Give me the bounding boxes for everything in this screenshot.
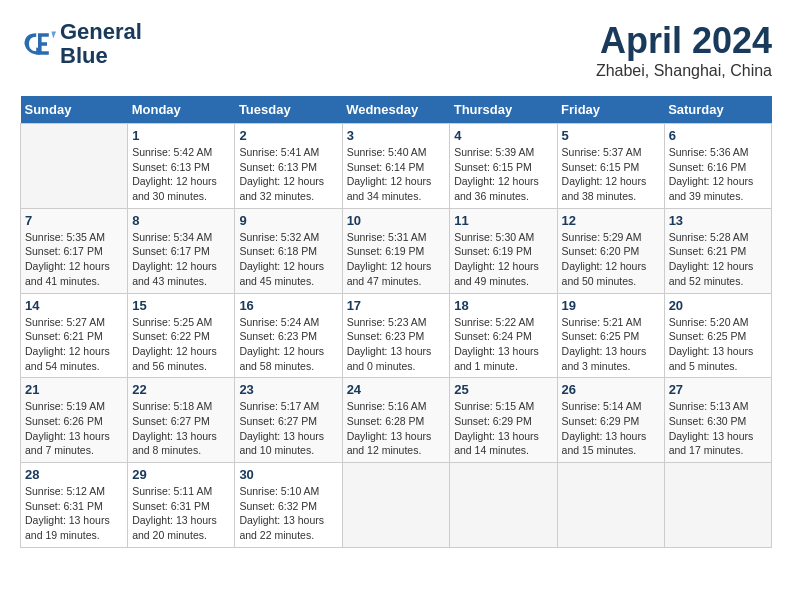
- subtitle: Zhabei, Shanghai, China: [596, 62, 772, 80]
- day-info: Sunrise: 5:27 AM Sunset: 6:21 PM Dayligh…: [25, 315, 123, 374]
- day-number: 25: [454, 382, 552, 397]
- logo-icon: [20, 26, 56, 62]
- day-info: Sunrise: 5:12 AM Sunset: 6:31 PM Dayligh…: [25, 484, 123, 543]
- calendar-cell: 23Sunrise: 5:17 AM Sunset: 6:27 PM Dayli…: [235, 378, 342, 463]
- calendar-cell: 20Sunrise: 5:20 AM Sunset: 6:25 PM Dayli…: [664, 293, 771, 378]
- calendar-cell: 7Sunrise: 5:35 AM Sunset: 6:17 PM Daylig…: [21, 208, 128, 293]
- logo-line2: Blue: [60, 44, 142, 68]
- calendar-cell: [450, 463, 557, 548]
- day-info: Sunrise: 5:29 AM Sunset: 6:20 PM Dayligh…: [562, 230, 660, 289]
- calendar-week-row: 28Sunrise: 5:12 AM Sunset: 6:31 PM Dayli…: [21, 463, 772, 548]
- day-info: Sunrise: 5:41 AM Sunset: 6:13 PM Dayligh…: [239, 145, 337, 204]
- calendar-week-row: 1Sunrise: 5:42 AM Sunset: 6:13 PM Daylig…: [21, 124, 772, 209]
- title-block: April 2024 Zhabei, Shanghai, China: [596, 20, 772, 80]
- day-number: 6: [669, 128, 767, 143]
- day-number: 2: [239, 128, 337, 143]
- day-info: Sunrise: 5:17 AM Sunset: 6:27 PM Dayligh…: [239, 399, 337, 458]
- day-info: Sunrise: 5:24 AM Sunset: 6:23 PM Dayligh…: [239, 315, 337, 374]
- calendar-cell: 29Sunrise: 5:11 AM Sunset: 6:31 PM Dayli…: [128, 463, 235, 548]
- calendar-cell: 12Sunrise: 5:29 AM Sunset: 6:20 PM Dayli…: [557, 208, 664, 293]
- day-number: 5: [562, 128, 660, 143]
- calendar-cell: 30Sunrise: 5:10 AM Sunset: 6:32 PM Dayli…: [235, 463, 342, 548]
- page-header: General Blue April 2024 Zhabei, Shanghai…: [20, 20, 772, 80]
- day-info: Sunrise: 5:18 AM Sunset: 6:27 PM Dayligh…: [132, 399, 230, 458]
- day-number: 12: [562, 213, 660, 228]
- main-title: April 2024: [596, 20, 772, 62]
- day-number: 15: [132, 298, 230, 313]
- calendar-week-row: 7Sunrise: 5:35 AM Sunset: 6:17 PM Daylig…: [21, 208, 772, 293]
- day-number: 11: [454, 213, 552, 228]
- calendar-week-row: 21Sunrise: 5:19 AM Sunset: 6:26 PM Dayli…: [21, 378, 772, 463]
- calendar-cell: 19Sunrise: 5:21 AM Sunset: 6:25 PM Dayli…: [557, 293, 664, 378]
- day-number: 20: [669, 298, 767, 313]
- calendar-cell: [664, 463, 771, 548]
- calendar-cell: 9Sunrise: 5:32 AM Sunset: 6:18 PM Daylig…: [235, 208, 342, 293]
- day-info: Sunrise: 5:11 AM Sunset: 6:31 PM Dayligh…: [132, 484, 230, 543]
- day-info: Sunrise: 5:15 AM Sunset: 6:29 PM Dayligh…: [454, 399, 552, 458]
- day-info: Sunrise: 5:42 AM Sunset: 6:13 PM Dayligh…: [132, 145, 230, 204]
- calendar-cell: 4Sunrise: 5:39 AM Sunset: 6:15 PM Daylig…: [450, 124, 557, 209]
- calendar-header-thursday: Thursday: [450, 96, 557, 124]
- calendar-header-monday: Monday: [128, 96, 235, 124]
- calendar-header-sunday: Sunday: [21, 96, 128, 124]
- calendar-header-row: SundayMondayTuesdayWednesdayThursdayFrid…: [21, 96, 772, 124]
- calendar-header-wednesday: Wednesday: [342, 96, 450, 124]
- calendar-cell: 8Sunrise: 5:34 AM Sunset: 6:17 PM Daylig…: [128, 208, 235, 293]
- calendar-cell: 1Sunrise: 5:42 AM Sunset: 6:13 PM Daylig…: [128, 124, 235, 209]
- day-number: 21: [25, 382, 123, 397]
- calendar-cell: 26Sunrise: 5:14 AM Sunset: 6:29 PM Dayli…: [557, 378, 664, 463]
- calendar-cell: 6Sunrise: 5:36 AM Sunset: 6:16 PM Daylig…: [664, 124, 771, 209]
- day-number: 9: [239, 213, 337, 228]
- calendar-cell: 28Sunrise: 5:12 AM Sunset: 6:31 PM Dayli…: [21, 463, 128, 548]
- day-info: Sunrise: 5:16 AM Sunset: 6:28 PM Dayligh…: [347, 399, 446, 458]
- day-info: Sunrise: 5:37 AM Sunset: 6:15 PM Dayligh…: [562, 145, 660, 204]
- day-info: Sunrise: 5:28 AM Sunset: 6:21 PM Dayligh…: [669, 230, 767, 289]
- logo-line1: General: [60, 20, 142, 44]
- day-number: 28: [25, 467, 123, 482]
- calendar-cell: 13Sunrise: 5:28 AM Sunset: 6:21 PM Dayli…: [664, 208, 771, 293]
- day-info: Sunrise: 5:40 AM Sunset: 6:14 PM Dayligh…: [347, 145, 446, 204]
- calendar-cell: 2Sunrise: 5:41 AM Sunset: 6:13 PM Daylig…: [235, 124, 342, 209]
- day-info: Sunrise: 5:32 AM Sunset: 6:18 PM Dayligh…: [239, 230, 337, 289]
- day-number: 8: [132, 213, 230, 228]
- day-number: 27: [669, 382, 767, 397]
- calendar-cell: 5Sunrise: 5:37 AM Sunset: 6:15 PM Daylig…: [557, 124, 664, 209]
- day-number: 14: [25, 298, 123, 313]
- calendar-cell: 25Sunrise: 5:15 AM Sunset: 6:29 PM Dayli…: [450, 378, 557, 463]
- day-number: 4: [454, 128, 552, 143]
- calendar-cell: 17Sunrise: 5:23 AM Sunset: 6:23 PM Dayli…: [342, 293, 450, 378]
- calendar-header-tuesday: Tuesday: [235, 96, 342, 124]
- calendar-table: SundayMondayTuesdayWednesdayThursdayFrid…: [20, 96, 772, 548]
- day-info: Sunrise: 5:21 AM Sunset: 6:25 PM Dayligh…: [562, 315, 660, 374]
- day-info: Sunrise: 5:34 AM Sunset: 6:17 PM Dayligh…: [132, 230, 230, 289]
- calendar-cell: 14Sunrise: 5:27 AM Sunset: 6:21 PM Dayli…: [21, 293, 128, 378]
- day-number: 24: [347, 382, 446, 397]
- calendar-header-saturday: Saturday: [664, 96, 771, 124]
- day-info: Sunrise: 5:35 AM Sunset: 6:17 PM Dayligh…: [25, 230, 123, 289]
- day-info: Sunrise: 5:36 AM Sunset: 6:16 PM Dayligh…: [669, 145, 767, 204]
- day-info: Sunrise: 5:14 AM Sunset: 6:29 PM Dayligh…: [562, 399, 660, 458]
- calendar-cell: 27Sunrise: 5:13 AM Sunset: 6:30 PM Dayli…: [664, 378, 771, 463]
- day-number: 7: [25, 213, 123, 228]
- day-info: Sunrise: 5:25 AM Sunset: 6:22 PM Dayligh…: [132, 315, 230, 374]
- day-info: Sunrise: 5:22 AM Sunset: 6:24 PM Dayligh…: [454, 315, 552, 374]
- day-number: 16: [239, 298, 337, 313]
- day-number: 10: [347, 213, 446, 228]
- day-number: 23: [239, 382, 337, 397]
- day-number: 19: [562, 298, 660, 313]
- day-info: Sunrise: 5:13 AM Sunset: 6:30 PM Dayligh…: [669, 399, 767, 458]
- calendar-header-friday: Friday: [557, 96, 664, 124]
- calendar-cell: 18Sunrise: 5:22 AM Sunset: 6:24 PM Dayli…: [450, 293, 557, 378]
- day-number: 29: [132, 467, 230, 482]
- day-info: Sunrise: 5:23 AM Sunset: 6:23 PM Dayligh…: [347, 315, 446, 374]
- day-number: 26: [562, 382, 660, 397]
- day-number: 3: [347, 128, 446, 143]
- logo: General Blue: [20, 20, 142, 68]
- day-number: 1: [132, 128, 230, 143]
- calendar-cell: [21, 124, 128, 209]
- day-info: Sunrise: 5:20 AM Sunset: 6:25 PM Dayligh…: [669, 315, 767, 374]
- calendar-cell: [557, 463, 664, 548]
- calendar-cell: 21Sunrise: 5:19 AM Sunset: 6:26 PM Dayli…: [21, 378, 128, 463]
- day-info: Sunrise: 5:31 AM Sunset: 6:19 PM Dayligh…: [347, 230, 446, 289]
- day-number: 17: [347, 298, 446, 313]
